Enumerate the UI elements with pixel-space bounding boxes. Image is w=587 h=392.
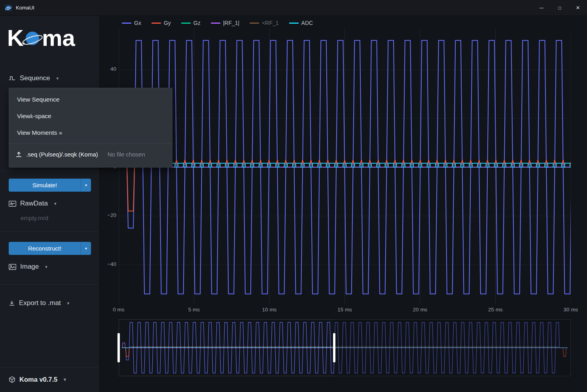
legend-item-rf1[interactable]: |RF_1| [211, 20, 240, 26]
rawdata-label: RawData [20, 200, 48, 207]
logo-orbit-dot-icon [23, 42, 25, 44]
sequence-plot[interactable] [119, 28, 571, 304]
titlebar: KomaUI ─ □ × [0, 0, 587, 16]
upload-file-status: No file chosen [108, 151, 145, 158]
sequence-menu-button[interactable]: Sequence ▾ [9, 71, 59, 85]
version-label: Koma v0.7.5 [19, 376, 57, 383]
legend-swatch-icon [211, 23, 220, 24]
legend-label: Gy [164, 20, 171, 26]
image-menu-button[interactable]: Image ▾ [9, 260, 47, 273]
export-mat-button[interactable]: Export to .mat ▾ [9, 296, 69, 310]
divider [0, 285, 99, 285]
legend-item-gy[interactable]: Gy [151, 20, 171, 26]
x-tick-label: 5 ms [180, 307, 208, 313]
y-tick-label: −20 [99, 212, 116, 218]
reconstruct-split-button: Reconstruct! ▾ [9, 242, 91, 255]
upload-label: .seq (Pulseq)/.seqk (Koma) [26, 151, 98, 158]
legend: GxGyGz|RF_1|<RF_1ADC [122, 18, 313, 28]
divider [0, 232, 99, 232]
legend-item-adc[interactable]: ADC [289, 20, 313, 26]
x-tick-label: 30 ms [557, 307, 585, 313]
simulate-split-button: Simulate! ▾ [9, 179, 91, 192]
download-icon [9, 300, 15, 306]
package-cube-icon [9, 376, 15, 383]
x-tick-label: 0 ms [105, 307, 133, 313]
legend-swatch-icon [181, 23, 191, 24]
legend-swatch-icon [250, 23, 259, 24]
legend-item-gx[interactable]: Gx [122, 20, 141, 26]
rawdata-scope-icon [9, 201, 16, 207]
chevron-down-icon: ▾ [57, 76, 59, 81]
legend-label: <RF_1 [262, 20, 278, 26]
menu-item-view-sequence[interactable]: View Sequence [9, 91, 172, 108]
menu-item-view-kspace[interactable]: View k-space [9, 108, 172, 124]
legend-swatch-icon [289, 23, 299, 24]
rangeslider-plot [119, 320, 570, 376]
rangeslider-handle-left[interactable] [117, 333, 120, 362]
maximize-button[interactable]: □ [551, 0, 569, 16]
upload-icon [15, 151, 22, 158]
menu-item-view-moments[interactable]: View Moments » [9, 124, 172, 141]
divider [0, 171, 99, 171]
x-tick-label: 15 ms [331, 307, 359, 313]
close-button[interactable]: × [569, 0, 587, 16]
view-kspace-pre: View [17, 113, 30, 120]
y-tick-label: −40 [99, 261, 116, 267]
logo-ma: ma [42, 25, 76, 51]
chevron-down-icon: ▾ [45, 264, 47, 270]
legend-label: ADC [301, 20, 313, 26]
reconstruct-options-button[interactable]: ▾ [81, 242, 91, 255]
x-tick-label: 10 ms [256, 307, 283, 313]
sequence-menu-label: Sequence [20, 74, 50, 82]
divider [0, 368, 99, 368]
view-kspace-post: -space [33, 113, 51, 120]
image-label: Image [20, 263, 39, 271]
rangeslider-handle-right[interactable] [333, 333, 335, 362]
x-tick-label: 20 ms [406, 307, 434, 313]
legend-item-rf1[interactable]: <RF_1 [250, 20, 278, 26]
minimize-button[interactable]: ─ [532, 0, 551, 16]
rawdata-menu-button[interactable]: RawData ▾ [9, 197, 56, 210]
legend-label: Gz [193, 20, 201, 26]
sequence-waveform-icon [9, 75, 16, 81]
x-tick-label: 25 ms [482, 307, 509, 313]
legend-item-gz[interactable]: Gz [181, 20, 201, 26]
window-title: KomaUI [16, 5, 34, 11]
app-icon [5, 4, 12, 11]
chevron-down-icon: ▾ [54, 201, 57, 206]
reconstruct-button[interactable]: Reconstruct! [9, 242, 81, 255]
image-icon [9, 264, 16, 270]
upload-seq-button[interactable]: .seq (Pulseq)/.seqk (Koma) No file chose… [9, 144, 172, 164]
koma-logo: K ma [7, 23, 86, 54]
chevron-down-icon: ▾ [67, 301, 70, 306]
kspace-k-glyph: k [30, 113, 33, 120]
legend-label: |RF_1| [223, 20, 240, 26]
simulate-options-button[interactable]: ▾ [81, 179, 91, 192]
simulate-button[interactable]: Simulate! [9, 179, 81, 192]
rangeslider[interactable] [119, 319, 571, 376]
logo-k: K [7, 25, 24, 51]
sidebar: K ma Sequence ▾ Simulate! ▾ RawData ▾ em… [0, 16, 99, 392]
legend-swatch-icon [151, 23, 161, 24]
chevron-down-icon: ▾ [64, 377, 66, 382]
app-window: KomaUI ─ □ × K ma Sequence ▾ Simulate! ▾ [0, 0, 587, 392]
legend-label: Gx [134, 20, 141, 26]
chart-area: GxGyGz|RF_1|<RF_1ADC 40200−20−400 ms5 ms… [99, 16, 587, 392]
y-tick-label: 40 [99, 66, 116, 72]
rawdata-filename: empty.mrd [21, 215, 48, 221]
sequence-dropdown-menu: View Sequence View k-space View Moments … [9, 88, 172, 168]
legend-swatch-icon [122, 23, 131, 24]
version-menu-button[interactable]: Koma v0.7.5 ▾ [9, 372, 66, 386]
export-label: Export to .mat [19, 299, 61, 307]
